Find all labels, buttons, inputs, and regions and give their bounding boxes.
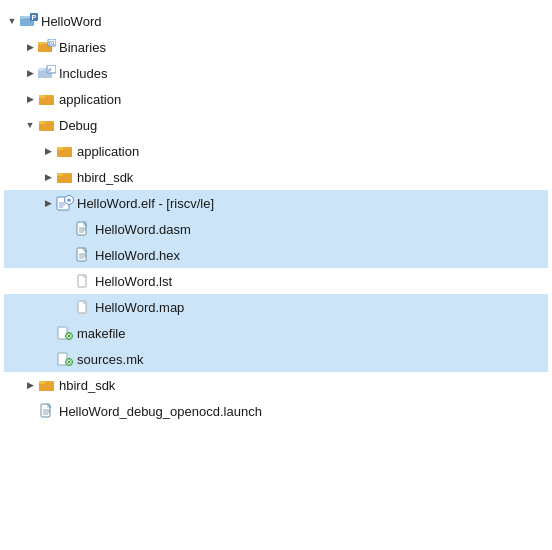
svg-rect-29 xyxy=(57,175,72,183)
svg-rect-25 xyxy=(57,149,72,157)
svg-rect-12 xyxy=(38,68,43,71)
toggle-arrow[interactable] xyxy=(58,221,74,237)
tree-item-includes[interactable]: ▶ # Includes xyxy=(4,60,548,86)
tree-item-helloword-debug-openocd[interactable]: HelloWord_debug_openocd.launch xyxy=(4,398,548,424)
toggle-arrow[interactable]: ▶ xyxy=(22,91,38,107)
item-icon xyxy=(38,376,56,394)
toggle-arrow[interactable] xyxy=(58,273,74,289)
svg-text:P: P xyxy=(32,14,37,21)
item-icon: 01 xyxy=(38,38,56,56)
tree-item-helloword-root[interactable]: ▼ P HelloWord xyxy=(4,8,548,34)
svg-point-51 xyxy=(68,361,70,363)
toggle-arrow[interactable]: ▶ xyxy=(22,39,38,55)
toggle-arrow[interactable]: ▶ xyxy=(40,169,56,185)
tree-item-makefile[interactable]: makefile xyxy=(4,320,548,346)
item-icon xyxy=(38,90,56,108)
tree-item-hbird-sdk[interactable]: ▶ hbird_sdk xyxy=(4,164,548,190)
item-label: makefile xyxy=(77,326,548,341)
tree-item-helloword-hex[interactable]: HelloWord.hex xyxy=(4,242,548,268)
item-label: hbird_sdk xyxy=(77,170,548,185)
tree-item-binaries[interactable]: ▶ 01 Binaries xyxy=(4,34,548,60)
item-icon: P xyxy=(20,12,38,30)
toggle-arrow[interactable] xyxy=(40,351,56,367)
tree-item-hbird-sdk-root[interactable]: ▶ hbird_sdk xyxy=(4,372,548,398)
toggle-arrow[interactable]: ▶ xyxy=(40,143,56,159)
item-label: application xyxy=(77,144,548,159)
tree-item-debug-application[interactable]: ▶ application xyxy=(4,138,548,164)
toggle-arrow[interactable] xyxy=(40,325,56,341)
toggle-arrow[interactable] xyxy=(58,247,74,263)
item-label: sources.mk xyxy=(77,352,548,367)
item-label: HelloWord.hex xyxy=(95,248,548,263)
tree-item-helloword-map[interactable]: HelloWord.map xyxy=(4,294,548,320)
item-icon xyxy=(38,402,56,420)
toggle-arrow[interactable]: ▼ xyxy=(4,13,20,29)
item-label: hbird_sdk xyxy=(59,378,548,393)
item-label: HelloWord.map xyxy=(95,300,548,315)
toggle-arrow[interactable]: ▶ xyxy=(22,65,38,81)
item-label: application xyxy=(59,92,548,107)
item-icon xyxy=(74,246,92,264)
item-icon xyxy=(56,350,74,368)
svg-rect-54 xyxy=(39,383,54,391)
svg-rect-22 xyxy=(39,121,45,124)
item-icon xyxy=(74,220,92,238)
tree-item-helloword-dasm[interactable]: HelloWord.dasm xyxy=(4,216,548,242)
item-label: Includes xyxy=(59,66,548,81)
item-label: HelloWord.elf - [riscv/le] xyxy=(77,196,548,211)
item-icon xyxy=(56,324,74,342)
toggle-arrow[interactable] xyxy=(22,403,38,419)
tree-item-sources-mk[interactable]: sources.mk xyxy=(4,346,548,372)
item-icon xyxy=(56,168,74,186)
item-icon: # xyxy=(38,64,56,82)
svg-rect-26 xyxy=(57,147,63,150)
item-icon xyxy=(56,142,74,160)
tree-item-application-root[interactable]: ▶ application xyxy=(4,86,548,112)
svg-point-48 xyxy=(68,335,70,337)
tree-item-debug[interactable]: ▼ Debug xyxy=(4,112,548,138)
toggle-arrow[interactable] xyxy=(58,299,74,315)
item-label: HelloWord_debug_openocd.launch xyxy=(59,404,548,419)
tree-item-helloword-elf[interactable]: ▶ HelloWord.elf - [riscv/le] xyxy=(4,190,548,216)
svg-rect-55 xyxy=(39,381,45,384)
item-icon xyxy=(74,298,92,316)
item-icon xyxy=(38,116,56,134)
item-icon xyxy=(56,194,74,212)
item-icon xyxy=(74,272,92,290)
item-label: Binaries xyxy=(59,40,548,55)
svg-rect-7 xyxy=(38,42,43,45)
item-label: HelloWord xyxy=(41,14,548,29)
toggle-arrow[interactable]: ▶ xyxy=(40,195,56,211)
item-label: Debug xyxy=(59,118,548,133)
item-label: HelloWord.lst xyxy=(95,274,548,289)
svg-rect-17 xyxy=(39,97,54,105)
tree-item-helloword-lst[interactable]: HelloWord.lst xyxy=(4,268,548,294)
svg-rect-18 xyxy=(39,95,45,98)
toggle-arrow[interactable]: ▶ xyxy=(22,377,38,393)
svg-rect-2 xyxy=(20,16,25,19)
svg-text:01: 01 xyxy=(49,40,55,46)
file-tree: ▼ P HelloWord ▶ 01 Binaries ▶ # Includes… xyxy=(0,0,552,432)
svg-rect-21 xyxy=(39,123,54,131)
svg-rect-30 xyxy=(57,173,63,176)
item-label: HelloWord.dasm xyxy=(95,222,548,237)
toggle-arrow[interactable]: ▼ xyxy=(22,117,38,133)
